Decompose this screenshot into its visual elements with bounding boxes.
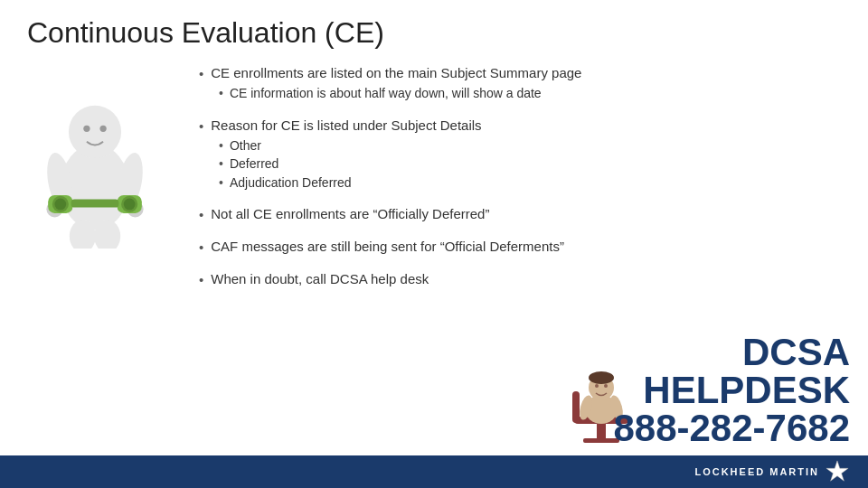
bullet-item-5: • When in doubt, call DCSA help desk	[199, 269, 841, 289]
sub-bullet-text-2-2: Deferred	[230, 155, 278, 174]
sub-bullet-text-2-3: Adjudication Deferred	[230, 174, 352, 192]
sub-bullet-dot-2-3: •	[219, 174, 223, 192]
sub-bullet-1-1: • CE information is about half way down,…	[219, 85, 841, 103]
sub-bullet-dot-1-1: •	[219, 85, 223, 103]
binoculars-figure-icon	[18, 68, 172, 249]
svg-rect-18	[597, 424, 606, 440]
bullet-text-2: Reason for CE is listed under Subject De…	[211, 116, 481, 135]
bullet-dot-5: •	[199, 270, 203, 289]
bullet-dot-2: •	[199, 117, 203, 136]
sub-bullet-dot-2-1: •	[219, 137, 223, 155]
svg-point-14	[99, 126, 106, 132]
sub-bullets-2: • Other • Deferred • Adjudication Deferr…	[219, 137, 841, 192]
svg-point-1	[69, 106, 121, 158]
bullet-text-5: When in doubt, call DCSA help desk	[211, 269, 429, 288]
svg-point-25	[595, 384, 599, 388]
svg-point-26	[604, 384, 608, 388]
helpdesk-label: HELPDESK	[643, 371, 850, 409]
svg-rect-8	[71, 199, 119, 207]
bullet-group-4: • CAF messages are still being sent for …	[199, 237, 841, 257]
bottom-bar: LOCKHEED MARTIN	[0, 455, 868, 488]
sub-bullets-1: • CE information is about half way down,…	[219, 85, 841, 103]
svg-point-10	[54, 199, 66, 211]
lm-star-icon	[825, 459, 850, 484]
bullet-item-1: • CE enrollments are listed on the main …	[199, 63, 841, 83]
figure-left	[0, 59, 190, 474]
lm-logo-text: LOCKHEED MARTIN	[694, 466, 819, 477]
bullet-item-4: • CAF messages are still being sent for …	[199, 237, 841, 257]
dcsa-label: DCSA	[742, 333, 850, 371]
bullet-dot-4: •	[199, 238, 203, 257]
svg-point-27	[589, 371, 614, 384]
sub-bullet-2-3: • Adjudication Deferred	[219, 174, 841, 192]
sub-bullet-text-1-1: CE information is about half way down, w…	[230, 85, 542, 103]
sub-bullet-text-2-1: Other	[230, 137, 261, 155]
bullet-text-4: CAF messages are still being sent for “O…	[211, 237, 564, 256]
bullet-item-3: • Not all CE enrollments are “Officially…	[199, 204, 841, 224]
helpdesk-info: DCSA HELPDESK 888-282-7682	[613, 333, 850, 447]
helpdesk-phone: 888-282-7682	[613, 409, 850, 447]
sub-bullet-2-2: • Deferred	[219, 155, 841, 174]
bullet-text-3: Not all CE enrollments are “Officially D…	[211, 204, 489, 223]
sub-bullet-dot-2-2: •	[219, 155, 223, 174]
svg-point-12	[124, 199, 136, 211]
lm-logo: LOCKHEED MARTIN	[694, 459, 850, 484]
svg-rect-20	[572, 391, 580, 423]
bullet-text-1: CE enrollments are listed on the main Su…	[211, 63, 581, 82]
bullet-dot-1: •	[199, 64, 203, 83]
bullet-group-1: • CE enrollments are listed on the main …	[199, 63, 841, 103]
page-title: Continuous Evaluation (CE)	[0, 0, 868, 59]
svg-point-13	[83, 126, 90, 132]
bullet-group-5: • When in doubt, call DCSA help desk	[199, 269, 841, 289]
bullet-group-2: • Reason for CE is listed under Subject …	[199, 116, 841, 192]
sub-bullet-2-1: • Other	[219, 137, 841, 155]
bullet-dot-3: •	[199, 205, 203, 224]
svg-marker-28	[826, 461, 848, 481]
page: Continuous Evaluation (CE)	[0, 0, 868, 488]
bullet-group-3: • Not all CE enrollments are “Officially…	[199, 204, 841, 224]
bullet-item-2: • Reason for CE is listed under Subject …	[199, 116, 841, 136]
